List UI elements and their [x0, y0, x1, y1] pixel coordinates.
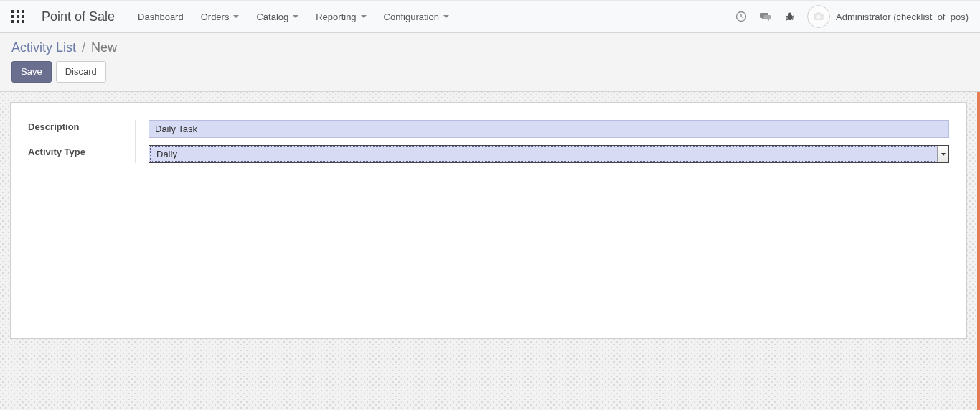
nav-reporting-label: Reporting — [316, 11, 356, 22]
activity-type-select[interactable]: Daily — [149, 145, 949, 163]
nav-orders-label: Orders — [201, 11, 230, 22]
clock-icon[interactable] — [734, 9, 748, 24]
avatar — [807, 5, 830, 28]
nav-items: Dashboard Orders Catalog Reporting Confi… — [131, 7, 456, 27]
nav-configuration[interactable]: Configuration — [377, 7, 456, 27]
chat-icon[interactable] — [758, 9, 773, 24]
navbar: Point of Sale Dashboard Orders Catalog R… — [0, 0, 980, 33]
app-brand[interactable]: Point of Sale — [42, 9, 115, 24]
svg-rect-2 — [22, 10, 24, 13]
activity-type-value: Daily — [150, 146, 936, 162]
breadcrumb-separator: / — [82, 40, 85, 55]
form-area: Description Activity Type Daily — [0, 92, 980, 410]
description-field-wrap — [149, 120, 949, 138]
username-label: Administrator (checklist_of_pos) — [836, 11, 969, 22]
svg-rect-14 — [817, 12, 821, 14]
svg-rect-7 — [17, 20, 19, 23]
control-buttons: Save Discard — [11, 61, 969, 83]
svg-point-13 — [816, 15, 821, 19]
nav-catalog-label: Catalog — [256, 11, 288, 22]
breadcrumb-current: New — [91, 40, 117, 55]
chevron-down-icon — [293, 15, 298, 18]
description-label: Description — [19, 121, 127, 132]
breadcrumb-parent[interactable]: Activity List — [11, 40, 76, 55]
nav-configuration-label: Configuration — [384, 11, 439, 22]
nav-catalog[interactable]: Catalog — [249, 7, 306, 27]
bug-icon[interactable] — [783, 9, 797, 24]
chevron-down-icon — [443, 15, 449, 18]
chevron-down-icon — [361, 15, 367, 18]
activity-type-label: Activity Type — [19, 146, 127, 157]
svg-rect-8 — [22, 20, 24, 23]
save-button[interactable]: Save — [11, 61, 52, 83]
form-sheet: Description Activity Type Daily — [10, 102, 967, 339]
svg-rect-5 — [22, 15, 24, 18]
chevron-down-icon — [941, 153, 946, 156]
svg-rect-0 — [11, 10, 14, 13]
nav-orders[interactable]: Orders — [194, 7, 247, 27]
nav-dashboard-label: Dashboard — [138, 11, 184, 22]
dropdown-button[interactable] — [937, 146, 948, 162]
svg-rect-4 — [17, 15, 19, 18]
nav-right: Administrator (checklist_of_pos) — [734, 5, 969, 28]
user-menu[interactable]: Administrator (checklist_of_pos) — [807, 5, 969, 28]
discard-button[interactable]: Discard — [56, 61, 106, 83]
nav-dashboard[interactable]: Dashboard — [131, 7, 191, 27]
svg-rect-1 — [17, 10, 19, 13]
chevron-down-icon — [233, 15, 239, 18]
breadcrumb: Activity List / New — [11, 40, 969, 55]
svg-point-11 — [788, 13, 791, 16]
apps-launcher-icon[interactable] — [11, 10, 24, 23]
control-panel: Activity List / New Save Discard — [0, 33, 980, 92]
svg-rect-3 — [11, 15, 14, 18]
description-input[interactable] — [149, 120, 949, 138]
nav-reporting[interactable]: Reporting — [308, 7, 373, 27]
activity-type-field-wrap: Daily — [149, 145, 949, 163]
svg-rect-6 — [11, 20, 14, 23]
